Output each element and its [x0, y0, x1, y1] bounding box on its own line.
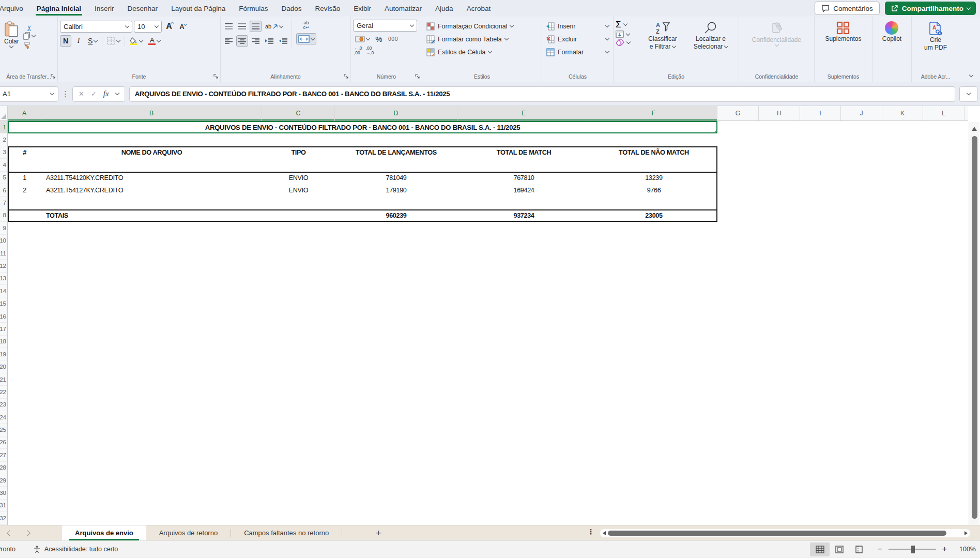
row-header-3[interactable]: 3 — [0, 146, 8, 159]
conditional-formatting-button[interactable]: Formatação Condicional — [424, 20, 540, 33]
cell[interactable]: 169424 — [457, 187, 590, 194]
select-all-corner[interactable] — [0, 106, 8, 120]
paste-button[interactable]: Colar — [2, 20, 21, 50]
enter-icon[interactable]: ✓ — [91, 90, 97, 98]
menu-tab-layout-da-pagina[interactable]: Layout da Página — [164, 0, 232, 17]
column-header-H[interactable]: H — [759, 106, 800, 120]
menu-tab-acrobat[interactable]: Acrobat — [460, 0, 498, 17]
cancel-icon[interactable]: ✕ — [79, 90, 84, 98]
column-header-J[interactable]: J — [841, 106, 882, 120]
row-header-5[interactable]: 5 — [0, 172, 8, 184]
empty-row[interactable] — [8, 197, 717, 209]
formula-bar-grip[interactable]: ⋮ — [62, 89, 69, 99]
column-header-D[interactable]: D — [335, 106, 457, 120]
bold-button[interactable]: N — [60, 35, 71, 47]
thousands-separator-icon[interactable]: 000 — [386, 33, 400, 44]
format-painter-icon[interactable] — [23, 42, 31, 50]
sheet-tab-arquivos-de-retorno[interactable]: Arquivos de retorno — [146, 525, 231, 540]
row-header-9[interactable]: 9 — [0, 222, 8, 234]
add-sheet-button[interactable]: + — [371, 529, 386, 538]
fill-color-button[interactable] — [128, 35, 145, 47]
column-header-F[interactable]: F — [590, 106, 717, 120]
column-header-K[interactable]: K — [882, 106, 923, 120]
sheet-tab-arquivos-de-envio[interactable]: Arquivos de envio — [62, 525, 146, 540]
insert-cells-button[interactable]: Inserir — [544, 20, 611, 33]
row-header-15[interactable]: 15 — [0, 297, 8, 310]
borders-button[interactable] — [105, 35, 122, 47]
percent-icon[interactable]: % — [373, 33, 385, 44]
sheet-tab-campos-faltantes-no-retorno[interactable]: Campos faltantes no retorno — [231, 525, 342, 540]
row-header-27[interactable]: 27 — [0, 449, 8, 461]
column-header-A[interactable]: A — [8, 106, 41, 120]
cell[interactable]: 13239 — [590, 174, 717, 182]
increase-indent-icon[interactable] — [277, 35, 289, 47]
copilot-button[interactable]: Copilot — [880, 20, 904, 44]
row-header-28[interactable]: 28 — [0, 462, 8, 474]
totals-cell[interactable]: 23005 — [590, 212, 717, 219]
align-top-icon[interactable] — [223, 21, 235, 32]
cell-styles-button[interactable]: Estilos de Célula — [424, 46, 540, 58]
row-header-13[interactable]: 13 — [0, 273, 8, 285]
horizontal-scrollbar[interactable] — [600, 529, 970, 537]
zoom-slider[interactable] — [889, 549, 936, 550]
page-break-view-button[interactable] — [849, 542, 869, 556]
format-cells-button[interactable]: Formatar — [544, 46, 611, 58]
header-cell[interactable]: TOTAL DE LANÇAMENTOS — [335, 149, 457, 156]
decrease-decimal-icon[interactable]: ,00→,0 — [365, 46, 375, 55]
row-header-4[interactable]: 4 — [0, 159, 8, 171]
zoom-in-button[interactable]: + — [942, 547, 947, 552]
align-center-icon[interactable] — [236, 35, 248, 47]
cell[interactable]: 1 — [8, 174, 41, 182]
row-header-19[interactable]: 19 — [0, 348, 8, 360]
normal-view-button[interactable] — [810, 542, 830, 556]
font-color-button[interactable]: A — [146, 35, 162, 47]
vertical-scroll-thumb[interactable] — [972, 136, 977, 519]
increase-font-icon[interactable]: A — [163, 21, 175, 32]
totals-cell[interactable]: 937234 — [457, 212, 590, 219]
totals-label[interactable]: TOTAIS — [41, 212, 262, 219]
row-header-12[interactable]: 12 — [0, 260, 8, 272]
menu-tab-ajuda[interactable]: Ajuda — [428, 0, 460, 17]
row-header-2[interactable]: 2 — [0, 133, 8, 146]
align-middle-icon[interactable] — [236, 21, 248, 32]
cell[interactable]: ENVIO — [262, 174, 335, 182]
dialog-launcher-icon[interactable] — [415, 74, 420, 79]
row-header-20[interactable]: 20 — [0, 360, 8, 373]
tabbar-grip[interactable]: ⋮ — [587, 527, 594, 536]
delete-cells-button[interactable]: Excluir — [544, 33, 611, 46]
header-cell[interactable]: TOTAL DE NÃO MATCH — [590, 149, 717, 156]
row-header-17[interactable]: 17 — [0, 323, 8, 335]
sheet-nav-left-icon[interactable] — [2, 525, 18, 540]
row-header-32[interactable]: 32 — [0, 512, 8, 524]
row-header-7[interactable]: 7 — [0, 197, 8, 209]
column-header-G[interactable]: G — [717, 106, 759, 120]
orientation-icon[interactable]: ab — [263, 21, 285, 32]
scroll-left-icon[interactable] — [603, 531, 606, 535]
wrap-text-icon[interactable]: abc↩ — [301, 20, 312, 31]
row-header-10[interactable]: 10 — [0, 235, 8, 247]
zoom-out-button[interactable]: − — [877, 547, 882, 552]
row-header-22[interactable]: 22 — [0, 386, 8, 398]
align-left-icon[interactable] — [223, 35, 235, 47]
cell[interactable]: 9766 — [590, 187, 717, 194]
underline-button[interactable]: S — [86, 35, 99, 47]
page-layout-view-button[interactable] — [830, 542, 849, 556]
menu-tab-exibir[interactable]: Exibir — [347, 0, 378, 17]
row-header-29[interactable]: 29 — [0, 474, 8, 487]
format-as-table-button[interactable]: Formatar como Tabela — [424, 33, 540, 46]
row-header-30[interactable]: 30 — [0, 487, 8, 499]
row-header-31[interactable]: 31 — [0, 500, 8, 512]
header-cell[interactable]: # — [8, 149, 41, 156]
dialog-launcher-icon[interactable] — [344, 74, 349, 79]
font-size-select[interactable]: 10 — [134, 21, 162, 33]
align-right-icon[interactable] — [250, 35, 262, 47]
formula-input[interactable]: ARQUIVOS DE ENVIO - CONTEÚDO FILTRADO PO… — [129, 86, 955, 102]
row-header-25[interactable]: 25 — [0, 424, 8, 436]
menu-tab-formulas[interactable]: Fórmulas — [232, 0, 274, 17]
column-header-I[interactable]: I — [800, 106, 841, 120]
totals-cell[interactable]: 960239 — [335, 212, 457, 219]
cell[interactable]: 2 — [8, 187, 41, 194]
cell[interactable]: ENVIO — [262, 187, 335, 194]
cut-icon[interactable]: ✂ — [24, 20, 34, 32]
zoom-level[interactable]: 100% — [953, 546, 976, 553]
